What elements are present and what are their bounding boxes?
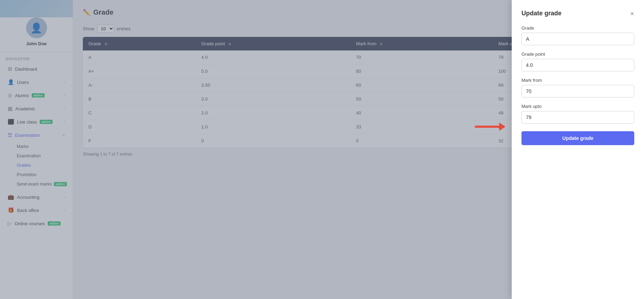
sidebar-item-dashboard[interactable]: ⊞ Dashboard: [2, 63, 71, 75]
panel-header: Update grade ×: [521, 10, 634, 17]
col-grade[interactable]: Grade ⇅: [83, 37, 196, 50]
sidebar-item-examination[interactable]: ☰ Examination ∨: [2, 129, 71, 141]
chevron-right-icon: ›: [64, 120, 65, 124]
sort-icon: ⇅: [228, 42, 231, 46]
cell-grade: A-: [83, 78, 196, 92]
subnav-promotion[interactable]: Promotion: [13, 170, 71, 179]
sidebar-item-label: Academic: [15, 106, 35, 111]
mark-from-input[interactable]: [521, 85, 634, 97]
onlinecourses-badge: addon: [48, 221, 61, 226]
entries-label: entries: [117, 26, 131, 31]
onlinecourses-icon: ▷: [8, 220, 12, 227]
sidebar: 👤 John Doe NAVIGATION ⊞ Dashboard 👤 User…: [0, 0, 73, 299]
chevron-right-icon: ›: [64, 208, 65, 212]
chevron-right-icon: ›: [64, 195, 65, 199]
col-gradepoint[interactable]: Grade point ⇅: [196, 37, 351, 50]
sidebar-item-label: Accounting: [17, 195, 39, 200]
update-grade-button[interactable]: Update grade: [521, 131, 634, 145]
chevron-right-icon: ›: [64, 80, 65, 84]
sidebar-item-label: Users: [17, 80, 29, 85]
sendexam-badge: addon: [54, 182, 67, 186]
cell-grade-point: 3.0: [196, 92, 351, 106]
cell-mark-from: 80: [351, 64, 493, 78]
grade-point-label: Grade point: [521, 52, 634, 57]
chevron-right-icon: ›: [64, 93, 65, 97]
sidebar-banner: [0, 0, 73, 17]
cell-grade-point: 3.50: [196, 78, 351, 92]
sidebar-item-label: Back office: [17, 208, 39, 213]
sidebar-item-accounting[interactable]: 💼 Accounting ›: [2, 191, 71, 203]
cell-grade: F: [83, 134, 196, 148]
mark-from-label: Mark from: [521, 78, 634, 83]
sidebar-item-label: Alumni: [15, 93, 29, 98]
col-markfrom[interactable]: Mark from ⇅: [351, 37, 493, 50]
mark-upto-label: Mark upto: [521, 104, 634, 109]
cell-grade: A: [83, 50, 196, 64]
nav-section-label: NAVIGATION: [0, 52, 73, 62]
alumni-icon: ◎: [8, 92, 12, 99]
subnav-marks[interactable]: Marks: [13, 142, 71, 151]
liveclass-icon: ⬛: [8, 119, 14, 125]
cell-grade: D: [83, 120, 196, 134]
cell-mark-from: 40: [351, 106, 493, 120]
update-grade-panel: Update grade × Grade Grade point Mark fr…: [512, 0, 644, 299]
grade-point-input[interactable]: [521, 59, 634, 71]
academic-icon: ▦: [8, 105, 13, 112]
cell-mark-from: 50: [351, 92, 493, 106]
examination-icon: ☰: [8, 132, 12, 138]
sidebar-item-backoffice[interactable]: 🎁 Back office ›: [2, 204, 71, 217]
chevron-down-icon: ∨: [62, 133, 65, 137]
dashboard-icon: ⊞: [8, 66, 12, 72]
user-name: John Doe: [26, 41, 47, 46]
cell-grade-point: 5.0: [196, 64, 351, 78]
show-label: Show: [83, 26, 94, 31]
backoffice-icon: 🎁: [8, 207, 14, 213]
sidebar-item-alumni[interactable]: ◎ Alumni addon ›: [2, 89, 71, 102]
sidebar-item-users[interactable]: 👤 Users ›: [2, 76, 71, 88]
pencil-icon: ✏️: [83, 9, 91, 16]
cell-grade: C: [83, 106, 196, 120]
users-icon: 👤: [8, 79, 14, 85]
cell-grade: B: [83, 92, 196, 106]
mark-from-field-group: Mark from: [521, 78, 634, 97]
grade-field-group: Grade: [521, 25, 634, 45]
mark-upto-field-group: Mark upto: [521, 104, 634, 124]
grade-label: Grade: [521, 25, 634, 31]
mark-upto-input[interactable]: [521, 111, 634, 124]
chevron-right-icon: ›: [64, 107, 65, 111]
subnav-grades[interactable]: Grades: [13, 161, 71, 170]
sort-icon: ⇅: [380, 42, 383, 46]
cell-mark-from: 70: [351, 50, 493, 64]
page-title: Grade: [93, 8, 113, 16]
cell-mark-from: 60: [351, 78, 493, 92]
cell-grade-point: 2.0: [196, 106, 351, 120]
liveclass-badge: addon: [40, 120, 53, 124]
avatar: 👤: [26, 17, 47, 38]
panel-title: Update grade: [521, 10, 561, 17]
close-button[interactable]: ×: [630, 10, 634, 17]
cell-grade-point: 0: [196, 134, 351, 148]
grade-input[interactable]: [521, 33, 634, 45]
sidebar-item-academic[interactable]: ▦ Academic ›: [2, 102, 71, 115]
sidebar-item-label: Live class: [17, 119, 37, 125]
cell-grade: A+: [83, 64, 196, 78]
sidebar-header: 👤 John Doe: [0, 0, 73, 52]
sidebar-item-label: Dashboard: [15, 66, 37, 72]
accounting-icon: 💼: [8, 194, 14, 200]
sort-icon: ⇅: [104, 42, 107, 46]
subnav-sendexam[interactable]: Send exam marks addon: [13, 180, 71, 189]
cell-grade-point: 4.0: [196, 50, 351, 64]
cell-grade-point: 1.0: [196, 120, 351, 134]
grade-point-field-group: Grade point: [521, 52, 634, 71]
examination-subnav: Marks Examination Grades Promotion Send …: [0, 142, 73, 190]
cell-mark-from: 33: [351, 120, 493, 134]
entries-select[interactable]: 10 25 50: [97, 25, 114, 33]
sidebar-item-label: Online courses: [15, 221, 45, 226]
alumni-badge: addon: [32, 93, 45, 97]
sidebar-item-liveclass[interactable]: ⬛ Live class addon ›: [2, 116, 71, 128]
cell-mark-from: 0: [351, 134, 493, 148]
subnav-examination[interactable]: Examination: [13, 151, 71, 160]
sidebar-item-label: Examination: [15, 133, 40, 138]
sidebar-item-onlinecourses[interactable]: ▷ Online courses addon: [2, 217, 71, 230]
